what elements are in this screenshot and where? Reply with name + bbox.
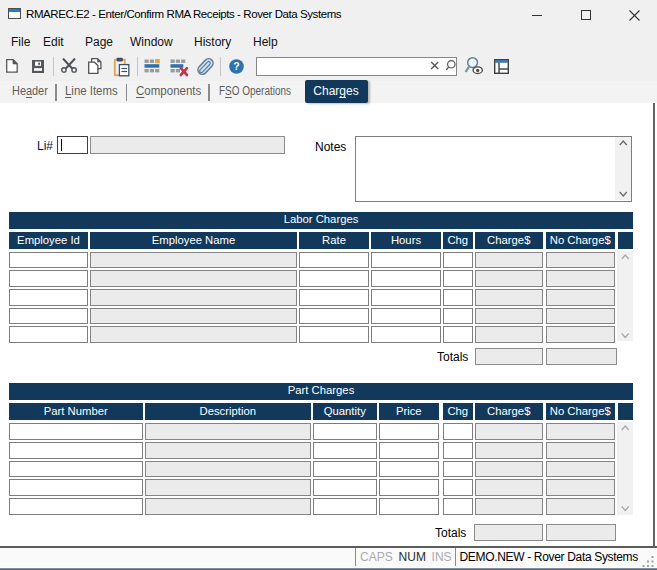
svg-text:?: ? xyxy=(233,60,239,72)
